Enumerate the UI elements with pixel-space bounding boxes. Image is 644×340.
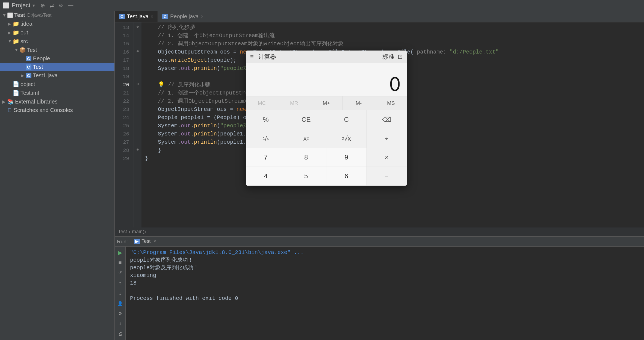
run-wrap-button[interactable]: ⤵ <box>116 320 125 328</box>
item-label: Test <box>27 47 37 53</box>
run-label: Run: <box>117 239 128 245</box>
output-line: people对象反序列化成功！ <box>130 264 640 272</box>
tab-test-java[interactable]: C Test.java × <box>115 11 158 22</box>
item-label: Test1.java <box>33 72 58 79</box>
calc-sqrt-button[interactable]: 2√x <box>326 129 367 148</box>
tab-icon: C <box>162 14 168 19</box>
output-line <box>130 287 640 295</box>
sidebar-item-ext-libs[interactable]: ▶ 📚 External Libraries <box>0 97 114 106</box>
code-line: // 1. 创建一个ObjectOutputStream输出流 <box>145 32 644 40</box>
calc-percent-button[interactable]: % <box>246 110 286 129</box>
run-tab-label: Test <box>141 238 150 244</box>
arrow-icon: ▼ <box>2 13 7 18</box>
run-tab-close[interactable]: × <box>153 238 156 244</box>
memory-minus-button[interactable]: M- <box>343 96 375 110</box>
run-user-button[interactable]: 👤 <box>116 299 125 308</box>
memory-recall-button[interactable]: MR <box>278 96 310 110</box>
item-label: .idea <box>20 21 32 27</box>
output-line: "C:\Program Files\Java\jdk1.8.0_231\bin\… <box>130 249 640 256</box>
breadcrumb-part: main() <box>132 229 146 235</box>
run-play-button[interactable]: ▶ <box>116 248 125 257</box>
sidebar-item-scratches[interactable]: ▶ 🗒 Scratches and Consoles <box>0 106 114 114</box>
sidebar-item-test-iml[interactable]: ▶ 📄 Test.iml <box>0 88 114 97</box>
sidebar-item-test-root[interactable]: ▼ ⬜ Test D:\java\Test <box>0 11 114 19</box>
calc-multiply-button[interactable]: × <box>367 148 407 167</box>
memory-clear-button[interactable]: MC <box>246 96 278 110</box>
tab-people-java[interactable]: C People.java × <box>158 11 208 22</box>
arrow-icon: ▶ <box>8 21 13 26</box>
calculator-compact-icon[interactable]: ⊡ <box>398 53 403 60</box>
memory-store-button[interactable]: MS <box>375 96 407 110</box>
calc-5-button[interactable]: 5 <box>286 167 327 186</box>
run-tab[interactable]: ▶ Test × <box>131 237 159 246</box>
arrow-icon: ▶ <box>8 30 13 35</box>
calc-8-button[interactable]: 8 <box>286 148 327 167</box>
calc-6-button[interactable]: 6 <box>326 167 367 186</box>
title-icons: ⊕ ⇄ ⚙ — <box>40 2 73 9</box>
sidebar-item-object[interactable]: ▶ 📄 object <box>0 80 114 88</box>
calculator-mode-label: 标准 <box>382 53 394 61</box>
tab-bar: C Test.java × C People.java × <box>115 11 644 22</box>
run-print-button[interactable]: 🖨 <box>116 330 125 338</box>
add-icon[interactable]: ⊕ <box>40 2 45 9</box>
sidebar-item-out[interactable]: ▶ 📁 out <box>0 28 114 37</box>
project-menu[interactable]: ⬜ Project ▾ <box>3 2 35 9</box>
sidebar-item-idea[interactable]: ▶ 📁 .idea <box>0 19 114 28</box>
run-output: "C:\Program Files\Java\jdk1.8.0_231\bin\… <box>126 247 644 340</box>
breadcrumb-separator: › <box>129 229 130 235</box>
run-rerun-button[interactable]: ↺ <box>116 269 125 277</box>
run-scroll-down-button[interactable]: ↓ <box>116 289 125 297</box>
calc-reciprocal-button[interactable]: 1/x <box>246 129 286 148</box>
run-tab-icon: ▶ <box>134 239 140 244</box>
sidebar-item-people[interactable]: ▶ C People <box>0 54 114 63</box>
item-label: Test.iml <box>20 90 39 96</box>
breadcrumb: Test › main() <box>115 227 644 236</box>
item-label: Test <box>33 64 43 70</box>
sidebar-item-src[interactable]: ▼ 📁 src <box>0 37 114 46</box>
run-scroll-up-button[interactable]: ↑ <box>116 279 125 287</box>
project-dropdown-icon[interactable]: ▾ <box>33 2 35 8</box>
minimize-icon[interactable]: — <box>68 2 73 9</box>
run-settings-button[interactable]: ⚙ <box>116 309 125 318</box>
sync-icon[interactable]: ⇄ <box>49 2 54 9</box>
calc-divide-button[interactable]: ÷ <box>367 129 407 148</box>
sidebar-item-test-file[interactable]: ▶ C Test <box>0 63 114 71</box>
calc-subtract-button[interactable]: − <box>367 167 407 186</box>
memory-plus-button[interactable]: M+ <box>310 96 342 110</box>
java-icon: C <box>26 73 31 78</box>
file-icon: 📄 <box>13 81 19 87</box>
output-line: 18 <box>130 279 640 287</box>
calc-c-button[interactable]: C <box>326 110 367 129</box>
gutter: ⊙ ⊙ ⊙ ⊙ <box>134 22 141 227</box>
run-stop-button[interactable]: ■ <box>116 258 125 267</box>
calc-7-button[interactable]: 7 <box>246 148 286 167</box>
calc-ce-button[interactable]: CE <box>286 110 327 129</box>
tab-label: Test.java <box>127 13 149 20</box>
tab-icon: C <box>119 14 125 19</box>
calculator-menu-icon[interactable]: ≡ <box>250 53 254 60</box>
run-content: ▶ ■ ↺ ↑ ↓ 👤 ⚙ ⤵ 🖨 "C:\Program Files\Java… <box>115 247 644 340</box>
arrow-icon: ▶ <box>21 73 26 78</box>
item-label: People <box>33 55 50 62</box>
line-numbers: 13 14 15 16 17 18 19 20 21 22 23 24 25 2… <box>115 22 134 227</box>
tab-close-button[interactable]: × <box>201 14 203 19</box>
calculator-overlay: ≡ 计算器 标准 ⊡ 0 MC MR M+ M- MS % CE C ⌫ 1/x… <box>246 51 407 186</box>
folder-icon: 📁 <box>13 38 19 45</box>
code-line: // 序列化步骤 <box>145 23 644 32</box>
calc-backspace-button[interactable]: ⌫ <box>367 110 407 129</box>
folder-icon: ⬜ <box>7 12 13 18</box>
sidebar-item-test-pkg[interactable]: ▼ 📦 Test <box>0 46 114 54</box>
sidebar-item-test1[interactable]: ▶ C Test1.java <box>0 71 114 80</box>
tab-close-button[interactable]: × <box>151 14 153 19</box>
calc-square-button[interactable]: x2 <box>286 129 327 148</box>
title-bar: ⬜ Project ▾ ⊕ ⇄ ⚙ — <box>0 0 644 11</box>
java-icon: C <box>26 56 31 61</box>
calc-4-button[interactable]: 4 <box>246 167 286 186</box>
calc-9-button[interactable]: 9 <box>326 148 367 167</box>
output-line: xiaoming <box>130 272 640 279</box>
scratches-icon: 🗒 <box>7 107 13 113</box>
arrow-icon: ▼ <box>14 48 19 52</box>
calculator-value: 0 <box>389 74 400 94</box>
calculator-buttons: % CE C ⌫ 1/x x2 2√x ÷ 7 8 9 × 4 5 6 − <box>246 110 407 186</box>
settings-icon[interactable]: ⚙ <box>58 2 63 9</box>
